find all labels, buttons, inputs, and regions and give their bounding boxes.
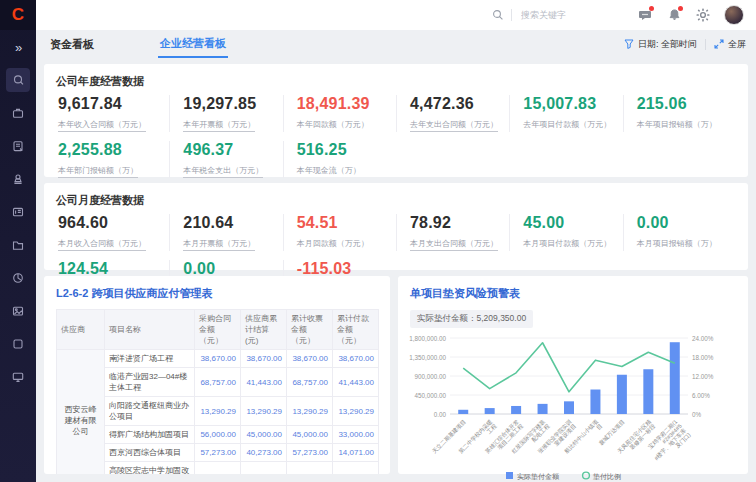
notifications-button[interactable] xyxy=(666,7,682,23)
amount-cell: 41,443.00 xyxy=(241,368,287,397)
bar-3[interactable] xyxy=(538,404,548,414)
amount-cell: 13,290.29 xyxy=(333,397,379,426)
legend-line-label[interactable]: 垫付比例 xyxy=(592,473,621,481)
right-axis-tick: 18.00% xyxy=(692,354,714,361)
date-filter-button[interactable]: 日期: 全部时间 xyxy=(624,38,697,51)
sidebar-item-folder-icon[interactable] xyxy=(6,233,30,257)
settings-button[interactable] xyxy=(695,7,711,23)
stat-value: 9,617.84 xyxy=(58,95,169,113)
stat-label[interactable]: 本年税金支出（万元） xyxy=(183,165,263,178)
stat-item: 215.06本年项目报销额（万） xyxy=(623,95,736,132)
sidebar-nav xyxy=(0,68,36,389)
amount-cell: 40,273.00 xyxy=(241,444,287,462)
stat-label: 去年项目付款额（万元） xyxy=(523,119,611,130)
collapse-sidebar-button[interactable]: » xyxy=(0,30,36,64)
bar-1[interactable] xyxy=(485,408,495,414)
tabbar-controls: 日期: 全部时间 全屏 xyxy=(624,38,746,51)
sidebar-item-id-card-icon[interactable] xyxy=(6,200,30,224)
stat-label[interactable]: 本年部门报销额（万） xyxy=(58,165,138,178)
bar-5[interactable] xyxy=(590,390,600,414)
table-row: 西京河西综合体项目57,273.0040,273.0057,273.0014,0… xyxy=(57,444,379,462)
risk-chart-title: 单项目垫资风险预警表 xyxy=(398,276,748,307)
stat-item: 210.64本月开票额（万元） xyxy=(169,214,282,251)
sidebar-item-clipboard-icon[interactable] xyxy=(6,134,30,158)
supplier-cell: 西安云峰建材有限公司 xyxy=(57,350,105,475)
stat-value: 2,255.88 xyxy=(58,141,169,159)
amount-cell: 13,290.29 xyxy=(195,397,241,426)
amount-cell: 68,757.00 xyxy=(195,368,241,397)
bar-4[interactable] xyxy=(564,401,574,414)
left-axis-tick: 450,000.00 xyxy=(414,392,446,399)
amount-cell: 13,290.29 xyxy=(241,397,287,426)
bar-0[interactable] xyxy=(458,410,468,414)
sidebar-item-stamp-icon[interactable] xyxy=(6,167,30,191)
left-axis-tick: 0.00 xyxy=(434,411,447,418)
right-axis-tick: 6.00% xyxy=(692,392,710,399)
legend-bar-swatch[interactable] xyxy=(506,472,513,479)
project-name-cell: 南洋进贤广场工程 xyxy=(105,350,195,368)
stat-value: 496.37 xyxy=(183,141,282,159)
tab-enterprise-dashboard[interactable]: 企业经营看板 xyxy=(158,30,228,58)
stat-item: 2,255.88本年部门报销额（万） xyxy=(56,141,169,178)
stat-label: 本月回款额（万元） xyxy=(297,238,369,249)
stat-label: 本月项目报销额（万） xyxy=(637,238,717,249)
monthly-data-card: 公司月度经营数据 964.60本月收入合同额（万元）210.64本月开票额（万元… xyxy=(44,183,748,270)
amount-cell: 13,290.29 xyxy=(287,397,333,426)
stat-label[interactable]: 本月支出合同额（万元） xyxy=(410,238,498,251)
stat-value: 19,297.85 xyxy=(183,95,282,113)
square-icon xyxy=(11,337,25,351)
legend-line-swatch[interactable] xyxy=(583,472,590,479)
stat-label[interactable]: 本月开票额（万元） xyxy=(183,238,255,251)
id-card-icon xyxy=(11,205,25,219)
sidebar-item-pie-chart-icon[interactable] xyxy=(6,266,30,290)
stat-label[interactable]: 去年支出合同额（万元） xyxy=(410,119,498,132)
project-name-cell: 西京河西综合体项目 xyxy=(105,444,195,462)
stat-item: 15,007.83去年项目付款额（万元） xyxy=(509,95,622,132)
stat-label[interactable]: 本年收入合同额（万元） xyxy=(58,119,146,132)
stat-item: 18,491.39本年回款额（万元） xyxy=(283,95,396,132)
stat-label[interactable]: 本月收入合同额（万元） xyxy=(58,238,146,251)
annual-stats-grid: 9,617.84本年收入合同额（万元）19,297.85本年开票额（万元）18,… xyxy=(44,95,748,186)
sidebar-item-monitor-icon[interactable] xyxy=(6,365,30,389)
bar-6[interactable] xyxy=(617,375,627,414)
search-icon[interactable] xyxy=(492,9,504,21)
stat-value: 516.25 xyxy=(297,141,396,159)
table-row: 向阳路交通枢纽商业办公项目13,290.2913,290.2913,290.29… xyxy=(57,397,379,426)
stat-label: 本年项目报销额（万） xyxy=(637,119,717,130)
annual-card-title: 公司年度经营数据 xyxy=(44,64,748,95)
amount-cell: 56,000.00 xyxy=(195,426,241,444)
supplier-payable-card: L2-6-2 跨项目供应商应付管理表 供应商项目名称采购合同金额（元）供应商累计… xyxy=(44,276,390,474)
dashboard-tabbar: 资金看板 企业经营看板 日期: 全部时间 全屏 xyxy=(36,30,756,58)
sidebar-item-square-icon[interactable] xyxy=(6,332,30,356)
amount-cell: 20,000.00 xyxy=(287,462,333,475)
bar-7[interactable] xyxy=(643,369,653,414)
user-avatar[interactable] xyxy=(724,5,744,25)
fullscreen-button[interactable]: 全屏 xyxy=(714,38,746,51)
stat-value: 15,007.83 xyxy=(523,95,622,113)
stamp-icon xyxy=(11,172,25,186)
sidebar-item-search-icon[interactable] xyxy=(6,68,30,92)
tab-funds-dashboard[interactable]: 资金看板 xyxy=(48,30,96,58)
search-input[interactable] xyxy=(519,9,603,21)
stat-value: 0.00 xyxy=(637,214,736,232)
amount-cell: 14,071.00 xyxy=(333,444,379,462)
line-series[interactable] xyxy=(463,343,675,392)
messages-button[interactable] xyxy=(637,7,653,23)
topbar-icons xyxy=(637,5,744,25)
amount-cell: 68,757.00 xyxy=(287,368,333,397)
bar-2[interactable] xyxy=(511,406,521,414)
legend-bar-label[interactable]: 实际垫付金额 xyxy=(517,473,560,481)
stat-label: 本年现金流（万） xyxy=(297,165,361,176)
controls-divider xyxy=(705,39,706,50)
stat-item: 78.92本月支出合同额（万元） xyxy=(396,214,509,251)
app-logo: C xyxy=(0,0,36,30)
stat-label: 本月项目付款额（万元） xyxy=(523,238,611,249)
stat-value: 964.60 xyxy=(58,214,169,232)
filter-funnel-icon xyxy=(624,39,634,49)
column-header: 累计付款金额（元） xyxy=(333,310,379,350)
bar-8[interactable] xyxy=(670,342,680,414)
stat-label[interactable]: 本年开票额（万元） xyxy=(183,119,255,132)
sidebar-item-briefcase-icon[interactable] xyxy=(6,101,30,125)
sidebar-item-picture-icon[interactable] xyxy=(6,299,30,323)
risk-chart[interactable]: 0.000%450,000.006.00%900,000.0012.00%1,3… xyxy=(398,330,748,482)
